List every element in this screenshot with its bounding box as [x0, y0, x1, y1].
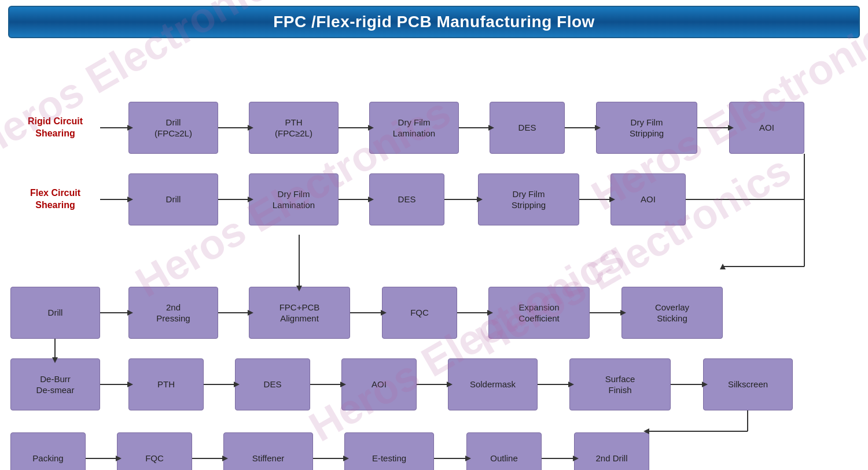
soldermask-box: Soldermask	[448, 358, 538, 410]
silkscreen-box: Silkscreen	[703, 358, 793, 410]
des-2-box: DES	[369, 173, 444, 225]
dry-film-lamination-1-box: Dry Film Lamination	[369, 102, 459, 154]
e-testing-box: E-testing	[344, 432, 434, 470]
second-pressing-box: 2nd Pressing	[128, 287, 218, 339]
pth-row4-box: PTH	[128, 358, 204, 410]
des-3-box: DES	[235, 358, 310, 410]
de-burr-de-smear-box: De-Burr De-smear	[10, 358, 100, 410]
fqc-2-box: FQC	[117, 432, 192, 470]
flow-diagram: Rigid Circuit Shearing Drill (FPC≥2L) PT…	[0, 38, 868, 50]
drill-fpc-2l-box: Drill (FPC≥2L)	[128, 102, 218, 154]
stiffener-box: Stiffener	[223, 432, 313, 470]
coverlay-sticking-box: Coverlay Sticking	[621, 287, 723, 339]
fqc-1-box: FQC	[382, 287, 457, 339]
page-header: FPC /Flex-rigid PCB Manufacturing Flow	[8, 6, 860, 38]
pth-fpc-2l-box: PTH (FPC≥2L)	[249, 102, 339, 154]
svg-marker-25	[720, 264, 726, 269]
outline-box: Outline	[466, 432, 542, 470]
des-1-box: DES	[490, 102, 565, 154]
page-title: FPC /Flex-rigid PCB Manufacturing Flow	[9, 13, 859, 31]
surface-finish-box: Surface Finish	[569, 358, 671, 410]
dry-film-stripping-1-box: Dry Film Stripping	[596, 102, 697, 154]
flex-circuit-shearing-box: Flex Circuit Shearing	[10, 173, 100, 225]
expansion-coefficient-box: Expansion Coefficient	[488, 287, 590, 339]
packing-box: Packing	[10, 432, 86, 470]
dry-film-stripping-2-box: Dry Film Stripping	[478, 173, 579, 225]
dry-film-lamination-2-box: Dry Film Lamination	[249, 173, 339, 225]
rigid-circuit-shearing-box: Rigid Circuit Shearing	[10, 102, 100, 154]
drill-row3-box: Drill	[10, 287, 100, 339]
fpc-pcb-alignment-box: FPC+PCB Alignment	[249, 287, 350, 339]
aoi-3-box: AOI	[341, 358, 417, 410]
drill-row2-box: Drill	[128, 173, 218, 225]
aoi-2-box: AOI	[610, 173, 686, 225]
second-drill-box: 2nd Drill	[574, 432, 649, 470]
aoi-1-box: AOI	[729, 102, 804, 154]
